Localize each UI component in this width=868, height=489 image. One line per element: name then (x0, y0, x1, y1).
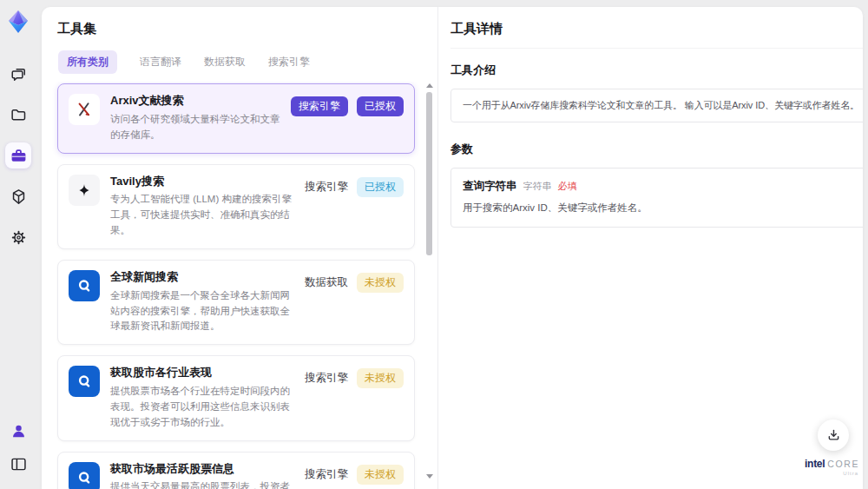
sidebar-item-tools[interactable] (5, 142, 31, 169)
list-scrollbar[interactable] (425, 83, 433, 479)
tool-status-badge: 未授权 (357, 368, 404, 388)
sidebar-item-panel-toggle[interactable] (5, 451, 31, 477)
category-tabs: 所有类别 语言翻译 数据获取 搜索引擎 (57, 50, 420, 74)
param-desc: 用于搜索的Arxiv ID、关键字或作者姓名。 (463, 202, 859, 215)
download-button[interactable] (818, 420, 849, 451)
params-heading: 参数 (450, 142, 863, 157)
app-logo-icon (5, 9, 31, 35)
tool-list-panel: 工具集 所有类别 语言翻译 数据获取 搜索引擎 (42, 7, 438, 489)
scroll-up-arrow[interactable] (426, 83, 433, 88)
tool-card-sector-performance[interactable]: 获取股市各行业表现 提供股票市场各个行业在特定时间段内的表现。投资者可以利用这些… (57, 355, 415, 440)
arxiv-logo-icon (69, 94, 100, 125)
tab-language-translation[interactable]: 语言翻译 (140, 50, 181, 74)
news-q-icon (69, 462, 100, 489)
tool-name: 获取股市各行业表现 (110, 366, 294, 380)
download-icon (825, 427, 842, 444)
tool-category: 搜索引擎 (305, 180, 348, 195)
intel-wordmark: intel (805, 459, 825, 469)
intro-box: 一个用于从Arxiv存储库搜索科学论文和文章的工具。 输入可以是Arxiv ID… (450, 89, 863, 122)
param-required-label: 必填 (558, 180, 577, 193)
user-icon (10, 422, 28, 440)
tool-category: 搜索引擎 (305, 467, 348, 482)
tab-data-fetching[interactable]: 数据获取 (204, 50, 246, 74)
tool-category: 搜索引擎 (305, 371, 348, 386)
intro-text: 一个用于从Arxiv存储库搜索科学论文和文章的工具。 输入可以是Arxiv ID… (463, 99, 859, 112)
cube-icon (10, 188, 28, 206)
intro-heading: 工具介绍 (450, 63, 863, 78)
scrollbar-thumb[interactable] (426, 92, 432, 255)
param-name: 查询字符串 (463, 179, 517, 194)
tab-search-engine[interactable]: 搜索引擎 (268, 50, 310, 74)
tool-name: 全球新闻搜索 (110, 270, 294, 285)
tool-name: Tavily搜索 (110, 175, 294, 189)
param-type: 字符串 (523, 180, 552, 193)
tool-status-badge: 未授权 (357, 465, 404, 485)
tool-list: Arxiv文献搜索 访问各个研究领域大量科学论文和文章的存储库。 搜索引擎 已授… (42, 82, 437, 489)
tool-card-global-news[interactable]: 全球新闻搜索 全球新闻搜索是一个聚合全球各大新闻网站内容的搜索引擎，帮助用户快速… (57, 260, 415, 345)
tavily-sparkle-icon (69, 175, 100, 206)
intel-core-logo: intel CORE Ultra (805, 459, 859, 476)
tool-card-arxiv[interactable]: Arxiv文献搜索 访问各个研究领域大量科学论文和文章的存储库。 搜索引擎 已授… (57, 83, 415, 154)
core-wordmark: CORE (827, 459, 859, 469)
param-box: 查询字符串 字符串 必填 用于搜索的Arxiv ID、关键字或作者姓名。 (450, 168, 863, 228)
sidebar-item-files[interactable] (5, 102, 31, 128)
tool-desc: 专为人工智能代理 (LLM) 构建的搜索引擎工具，可快速提供实时、准确和真实的结… (110, 192, 294, 238)
tool-category: 数据获取 (305, 275, 348, 290)
sidebar-item-chat[interactable] (5, 61, 31, 87)
news-q-icon (69, 270, 100, 301)
tool-desc: 提供股票市场各个行业在特定时间段内的表现。投资者可以利用这些信息来识别表现优于或… (110, 384, 294, 430)
scroll-down-arrow[interactable] (426, 474, 433, 479)
news-q-icon (69, 366, 100, 397)
tool-desc: 访问各个研究领域大量科学论文和文章的存储库。 (110, 112, 280, 143)
gear-icon (10, 228, 28, 247)
main-panel: 工具集 所有类别 语言翻译 数据获取 搜索引擎 (42, 7, 863, 489)
chat-icon (10, 65, 28, 83)
tool-name: Arxiv文献搜索 (110, 94, 280, 109)
sidebar-item-settings[interactable] (5, 224, 31, 250)
tab-all-categories[interactable]: 所有类别 (58, 50, 117, 74)
tool-status-chip: 已授权 (357, 96, 404, 116)
toolbox-icon (10, 147, 28, 165)
panel-toggle-icon (10, 455, 28, 473)
detail-title: 工具详情 (450, 21, 863, 49)
page-title: 工具集 (57, 21, 420, 37)
tool-category-chip: 搜索引擎 (291, 96, 348, 116)
sidebar-item-packages[interactable] (5, 183, 31, 209)
tool-status-badge: 未授权 (357, 273, 404, 293)
icon-sidebar (0, 0, 36, 489)
folder-icon (10, 106, 28, 124)
tool-status-badge: 已授权 (357, 177, 404, 197)
tool-card-active-stocks[interactable]: 获取市场最活跃股票信息 提供当天交易量最高的股票列表，投资者可以利用这些信息来识… (57, 452, 415, 489)
tool-card-tavily[interactable]: Tavily搜索 专为人工智能代理 (LLM) 构建的搜索引擎工具，可快速提供实… (57, 164, 415, 249)
tool-detail-panel: 工具详情 工具介绍 一个用于从Arxiv存储库搜索科学论文和文章的工具。 输入可… (438, 7, 863, 489)
tool-desc: 提供当天交易量最高的股票列表，投资者可以利用这些信息来识别流动性强的股票和潜在的… (110, 479, 294, 489)
tool-name: 获取市场最活跃股票信息 (110, 462, 294, 477)
sidebar-item-user[interactable] (5, 418, 31, 444)
tool-desc: 全球新闻搜索是一个聚合全球各大新闻网站内容的搜索引擎，帮助用户快速获取全球最新资… (110, 288, 294, 334)
app-window: 工具集 所有类别 语言翻译 数据获取 搜索引擎 (0, 0, 868, 489)
ultra-label: Ultra (843, 471, 858, 476)
